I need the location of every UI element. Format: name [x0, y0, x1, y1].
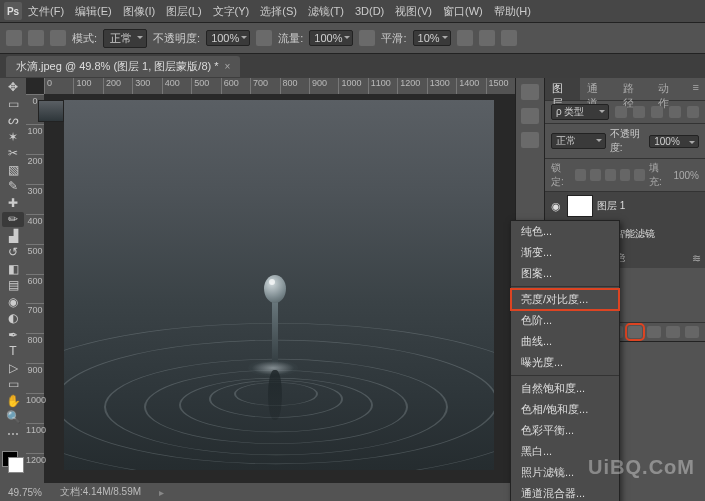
panel-menu-icon[interactable]: ≡ — [687, 78, 705, 100]
tab-channels[interactable]: 通道 — [580, 78, 615, 100]
brush-preview-icon[interactable] — [28, 30, 44, 46]
lock-pixels-icon[interactable] — [590, 169, 601, 181]
menu-window[interactable]: 窗口(W) — [438, 2, 488, 21]
menu-3d[interactable]: 3D(D) — [350, 3, 389, 19]
menu-vibrance[interactable]: 自然饱和度... — [511, 378, 619, 399]
menu-solid-color[interactable]: 纯色... — [511, 221, 619, 242]
menu-view[interactable]: 视图(V) — [390, 2, 437, 21]
brush-preset-icon[interactable] — [50, 30, 66, 46]
airbrush-icon[interactable] — [359, 30, 375, 46]
layer-opacity-label: 不透明度: — [610, 127, 645, 155]
menu-select[interactable]: 选择(S) — [255, 2, 302, 21]
filter-shape-icon[interactable] — [669, 106, 681, 118]
smooth-gear-icon[interactable] — [457, 30, 473, 46]
menu-filter[interactable]: 滤镜(T) — [303, 2, 349, 21]
paragraph-panel-icon[interactable] — [521, 132, 539, 148]
color-panel-icon[interactable] — [521, 84, 539, 100]
type-tool[interactable]: T — [2, 344, 24, 359]
menu-help[interactable]: 帮助(H) — [489, 2, 536, 21]
menu-pattern[interactable]: 图案... — [511, 263, 619, 284]
dodge-tool[interactable]: ◐ — [2, 311, 24, 326]
pen-tool[interactable]: ✒ — [2, 328, 24, 343]
layer-name[interactable]: 智能滤镜 — [615, 227, 655, 241]
move-tool[interactable]: ✥ — [2, 80, 24, 95]
brush-tool[interactable]: ✏ — [2, 212, 24, 227]
layer-opacity-input[interactable]: 100% — [649, 135, 699, 148]
tab-paths[interactable]: 路径 — [616, 78, 651, 100]
pressure-size-icon[interactable] — [479, 30, 495, 46]
layer-blend-dropdown[interactable]: 正常 — [551, 133, 606, 149]
layer-name[interactable]: 图层 1 — [597, 199, 625, 213]
wand-tool[interactable]: ✶ — [2, 130, 24, 145]
stamp-tool[interactable]: ▟ — [2, 229, 24, 244]
pressure-opacity-icon[interactable] — [256, 30, 272, 46]
delete-layer-icon[interactable] — [685, 326, 699, 338]
menu-type[interactable]: 文字(Y) — [208, 2, 255, 21]
fill-value[interactable]: 100% — [673, 170, 699, 181]
gradient-tool[interactable]: ▤ — [2, 278, 24, 293]
eraser-tool[interactable]: ◧ — [2, 262, 24, 277]
watermark: UiBQ.CoM — [588, 456, 695, 479]
path-tool[interactable]: ▷ — [2, 361, 24, 376]
color-swatch[interactable] — [5, 451, 21, 483]
filter-type-icon[interactable] — [651, 106, 663, 118]
lock-all-icon[interactable] — [634, 169, 645, 181]
lock-transparent-icon[interactable] — [575, 169, 586, 181]
menu-levels[interactable]: 色阶... — [511, 310, 619, 331]
menu-image[interactable]: 图像(I) — [118, 2, 160, 21]
menu-layer[interactable]: 图层(L) — [161, 2, 206, 21]
visibility-icon[interactable]: ◉ — [549, 200, 563, 213]
lock-position-icon[interactable] — [605, 169, 616, 181]
filter-smart-icon[interactable] — [687, 106, 699, 118]
lasso-tool[interactable]: ᔕ — [2, 113, 24, 128]
layer-mask-thumbnail[interactable] — [567, 195, 593, 217]
blur-tool[interactable]: ◉ — [2, 295, 24, 310]
crop-tool[interactable]: ✂ — [2, 146, 24, 161]
opacity-input[interactable]: 100% — [206, 30, 250, 46]
history-brush-tool[interactable]: ↺ — [2, 245, 24, 260]
background-color[interactable] — [8, 457, 24, 473]
marquee-tool[interactable]: ▭ — [2, 97, 24, 112]
doc-info[interactable]: 文档:4.14M/8.59M — [60, 485, 141, 499]
shape-tool[interactable]: ▭ — [2, 377, 24, 392]
menu-file[interactable]: 文件(F) — [23, 2, 69, 21]
tool-preset-icon[interactable] — [6, 30, 22, 46]
heal-tool[interactable]: ✚ — [2, 196, 24, 211]
eyedropper-tool[interactable]: ✎ — [2, 179, 24, 194]
lock-artboard-icon[interactable] — [620, 169, 631, 181]
tab-actions[interactable]: 动作 — [651, 78, 686, 100]
character-panel-icon[interactable] — [521, 108, 539, 124]
zoom-level[interactable]: 49.75% — [8, 487, 42, 498]
new-group-icon[interactable] — [647, 326, 661, 338]
menu-exposure[interactable]: 曝光度... — [511, 352, 619, 373]
layer-row[interactable]: ◉ 图层 1 — [545, 192, 705, 220]
document-image — [64, 100, 494, 470]
flow-input[interactable]: 100% — [309, 30, 353, 46]
menu-edit[interactable]: 编辑(E) — [70, 2, 117, 21]
menu-color-balance[interactable]: 色彩平衡... — [511, 420, 619, 441]
hand-tool[interactable]: ✋ — [2, 394, 24, 409]
new-layer-icon[interactable] — [666, 326, 680, 338]
document-tab[interactable]: 水滴.jpeg @ 49.8% (图层 1, 图层蒙版/8) * × — [6, 56, 240, 77]
blend-mode-dropdown[interactable]: 正常 — [103, 29, 147, 48]
filter-edit-icon[interactable]: ≋ — [692, 252, 701, 265]
lock-label: 锁定: — [551, 161, 571, 189]
tab-layers[interactable]: 图层 — [545, 78, 580, 100]
filter-adjust-icon[interactable] — [633, 106, 645, 118]
adjustment-layer-icon[interactable] — [628, 326, 642, 338]
symmetry-icon[interactable] — [501, 30, 517, 46]
menu-gradient[interactable]: 渐变... — [511, 242, 619, 263]
edit-toolbar[interactable]: ⋯ — [2, 427, 24, 442]
smooth-input[interactable]: 10% — [413, 30, 451, 46]
zoom-tool[interactable]: 🔍 — [2, 410, 24, 425]
layer-filter-dropdown[interactable]: ρ 类型 — [551, 104, 609, 120]
frame-tool[interactable]: ▧ — [2, 163, 24, 178]
filter-image-icon[interactable] — [615, 106, 627, 118]
menu-hue-saturation[interactable]: 色相/饱和度... — [511, 399, 619, 420]
menu-channel-mixer[interactable]: 通道混合器... — [511, 483, 619, 501]
menu-curves[interactable]: 曲线... — [511, 331, 619, 352]
menu-brightness-contrast[interactable]: 亮度/对比度... — [511, 289, 619, 310]
close-icon[interactable]: × — [225, 61, 231, 72]
canvas-area[interactable]: 0100200300400500600700800900100011001200… — [26, 78, 515, 483]
app-logo: Ps — [4, 2, 22, 20]
